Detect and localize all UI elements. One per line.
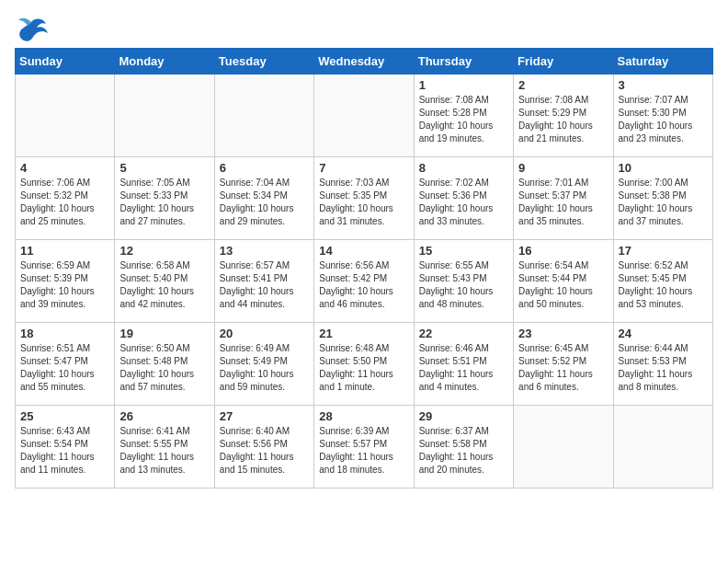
calendar-cell: 9Sunrise: 7:01 AM Sunset: 5:37 PM Daylig… — [514, 157, 613, 240]
day-of-week-header: Thursday — [414, 49, 513, 75]
calendar-cell: 15Sunrise: 6:55 AM Sunset: 5:43 PM Dayli… — [414, 240, 513, 323]
calendar-cell: 29Sunrise: 6:37 AM Sunset: 5:58 PM Dayli… — [414, 406, 513, 488]
calendar-cell: 16Sunrise: 6:54 AM Sunset: 5:44 PM Dayli… — [514, 240, 613, 323]
calendar-cell — [115, 75, 214, 157]
calendar-week-row: 4Sunrise: 7:06 AM Sunset: 5:32 PM Daylig… — [16, 157, 713, 240]
day-number: 22 — [419, 327, 508, 340]
day-number: 6 — [220, 161, 309, 175]
calendar-cell: 17Sunrise: 6:52 AM Sunset: 5:45 PM Dayli… — [613, 240, 712, 323]
day-number: 18 — [20, 327, 109, 340]
day-number: 16 — [518, 244, 608, 258]
day-info: Sunrise: 6:52 AM Sunset: 5:45 PM Dayligh… — [619, 259, 708, 311]
day-number: 25 — [20, 409, 109, 423]
calendar-cell: 3Sunrise: 7:07 AM Sunset: 5:30 PM Daylig… — [613, 75, 712, 157]
day-info: Sunrise: 6:37 AM Sunset: 5:58 PM Dayligh… — [419, 425, 508, 477]
day-number: 23 — [518, 327, 608, 340]
calendar-cell: 27Sunrise: 6:40 AM Sunset: 5:56 PM Dayli… — [214, 406, 313, 488]
day-info: Sunrise: 6:49 AM Sunset: 5:49 PM Dayligh… — [220, 342, 309, 394]
calendar-cell: 25Sunrise: 6:43 AM Sunset: 5:54 PM Dayli… — [16, 406, 115, 488]
calendar-cell: 12Sunrise: 6:58 AM Sunset: 5:40 PM Dayli… — [115, 240, 214, 323]
day-info: Sunrise: 7:00 AM Sunset: 5:38 PM Dayligh… — [619, 177, 708, 228]
day-number: 21 — [319, 327, 408, 340]
day-number: 15 — [419, 244, 508, 258]
day-info: Sunrise: 6:57 AM Sunset: 5:41 PM Dayligh… — [220, 259, 309, 311]
day-number: 3 — [619, 78, 708, 92]
day-number: 13 — [220, 244, 309, 258]
day-info: Sunrise: 6:46 AM Sunset: 5:51 PM Dayligh… — [419, 342, 508, 394]
calendar-cell: 6Sunrise: 7:04 AM Sunset: 5:34 PM Daylig… — [214, 157, 313, 240]
calendar-cell: 28Sunrise: 6:39 AM Sunset: 5:57 PM Dayli… — [314, 406, 414, 488]
day-info: Sunrise: 6:41 AM Sunset: 5:55 PM Dayligh… — [119, 425, 209, 477]
calendar-cell: 10Sunrise: 7:00 AM Sunset: 5:38 PM Dayli… — [613, 157, 712, 240]
calendar-cell: 18Sunrise: 6:51 AM Sunset: 5:47 PM Dayli… — [16, 323, 115, 406]
day-info: Sunrise: 6:54 AM Sunset: 5:44 PM Dayligh… — [518, 259, 608, 311]
calendar-header-row: SundayMondayTuesdayWednesdayThursdayFrid… — [16, 49, 713, 75]
calendar-cell — [16, 75, 115, 157]
day-info: Sunrise: 6:51 AM Sunset: 5:47 PM Dayligh… — [20, 342, 109, 394]
calendar-cell: 5Sunrise: 7:05 AM Sunset: 5:33 PM Daylig… — [115, 157, 214, 240]
day-number: 11 — [20, 244, 109, 258]
day-info: Sunrise: 7:04 AM Sunset: 5:34 PM Dayligh… — [220, 177, 309, 228]
day-info: Sunrise: 7:08 AM Sunset: 5:28 PM Dayligh… — [419, 94, 508, 145]
calendar-cell — [613, 406, 712, 488]
day-info: Sunrise: 6:50 AM Sunset: 5:48 PM Dayligh… — [119, 342, 209, 394]
calendar-week-row: 11Sunrise: 6:59 AM Sunset: 5:39 PM Dayli… — [16, 240, 713, 323]
day-info: Sunrise: 7:07 AM Sunset: 5:30 PM Dayligh… — [619, 94, 708, 145]
day-number: 8 — [419, 161, 508, 175]
day-info: Sunrise: 6:44 AM Sunset: 5:53 PM Dayligh… — [619, 342, 708, 394]
day-of-week-header: Sunday — [16, 49, 115, 75]
day-number: 2 — [518, 78, 608, 92]
day-info: Sunrise: 7:02 AM Sunset: 5:36 PM Dayligh… — [419, 177, 508, 228]
day-number: 1 — [419, 78, 508, 92]
calendar-week-row: 25Sunrise: 6:43 AM Sunset: 5:54 PM Dayli… — [16, 406, 713, 488]
calendar-cell: 1Sunrise: 7:08 AM Sunset: 5:28 PM Daylig… — [414, 75, 513, 157]
day-number: 20 — [220, 327, 309, 340]
calendar-cell — [214, 75, 313, 157]
day-number: 27 — [220, 409, 309, 423]
day-number: 28 — [319, 409, 408, 423]
day-number: 9 — [518, 161, 608, 175]
day-info: Sunrise: 6:39 AM Sunset: 5:57 PM Dayligh… — [319, 425, 408, 477]
day-info: Sunrise: 6:43 AM Sunset: 5:54 PM Dayligh… — [20, 425, 109, 477]
logo-icon — [15, 15, 44, 40]
day-number: 29 — [419, 409, 508, 423]
day-of-week-header: Saturday — [613, 49, 712, 75]
calendar-cell: 8Sunrise: 7:02 AM Sunset: 5:36 PM Daylig… — [414, 157, 513, 240]
calendar-week-row: 1Sunrise: 7:08 AM Sunset: 5:28 PM Daylig… — [16, 75, 713, 157]
calendar-week-row: 18Sunrise: 6:51 AM Sunset: 5:47 PM Dayli… — [16, 323, 713, 406]
logo — [15, 15, 46, 40]
day-number: 26 — [119, 409, 209, 423]
calendar-cell: 7Sunrise: 7:03 AM Sunset: 5:35 PM Daylig… — [314, 157, 414, 240]
calendar-cell: 23Sunrise: 6:45 AM Sunset: 5:52 PM Dayli… — [514, 323, 613, 406]
day-info: Sunrise: 7:05 AM Sunset: 5:33 PM Dayligh… — [119, 177, 209, 228]
calendar-cell — [314, 75, 414, 157]
day-info: Sunrise: 6:45 AM Sunset: 5:52 PM Dayligh… — [518, 342, 608, 394]
day-number: 7 — [319, 161, 408, 175]
day-info: Sunrise: 6:59 AM Sunset: 5:39 PM Dayligh… — [20, 259, 109, 311]
day-info: Sunrise: 7:06 AM Sunset: 5:32 PM Dayligh… — [20, 177, 109, 228]
day-of-week-header: Tuesday — [214, 49, 313, 75]
calendar-cell: 2Sunrise: 7:08 AM Sunset: 5:29 PM Daylig… — [514, 75, 613, 157]
day-info: Sunrise: 6:56 AM Sunset: 5:42 PM Dayligh… — [319, 259, 408, 311]
calendar-cell: 4Sunrise: 7:06 AM Sunset: 5:32 PM Daylig… — [16, 157, 115, 240]
day-number: 24 — [619, 327, 708, 340]
calendar-cell: 24Sunrise: 6:44 AM Sunset: 5:53 PM Dayli… — [613, 323, 712, 406]
day-of-week-header: Wednesday — [314, 49, 414, 75]
day-number: 10 — [619, 161, 708, 175]
day-info: Sunrise: 6:55 AM Sunset: 5:43 PM Dayligh… — [419, 259, 508, 311]
day-info: Sunrise: 6:48 AM Sunset: 5:50 PM Dayligh… — [319, 342, 408, 394]
day-info: Sunrise: 7:03 AM Sunset: 5:35 PM Dayligh… — [319, 177, 408, 228]
calendar-cell: 14Sunrise: 6:56 AM Sunset: 5:42 PM Dayli… — [314, 240, 414, 323]
calendar-cell: 26Sunrise: 6:41 AM Sunset: 5:55 PM Dayli… — [115, 406, 214, 488]
day-info: Sunrise: 6:58 AM Sunset: 5:40 PM Dayligh… — [119, 259, 209, 311]
day-of-week-header: Friday — [514, 49, 613, 75]
calendar-cell — [514, 406, 613, 488]
day-info: Sunrise: 6:40 AM Sunset: 5:56 PM Dayligh… — [220, 425, 309, 477]
calendar-cell: 11Sunrise: 6:59 AM Sunset: 5:39 PM Dayli… — [16, 240, 115, 323]
calendar-cell: 21Sunrise: 6:48 AM Sunset: 5:50 PM Dayli… — [314, 323, 414, 406]
calendar-cell: 13Sunrise: 6:57 AM Sunset: 5:41 PM Dayli… — [214, 240, 313, 323]
day-number: 19 — [119, 327, 209, 340]
day-number: 5 — [119, 161, 209, 175]
day-number: 17 — [619, 244, 708, 258]
day-of-week-header: Monday — [115, 49, 214, 75]
